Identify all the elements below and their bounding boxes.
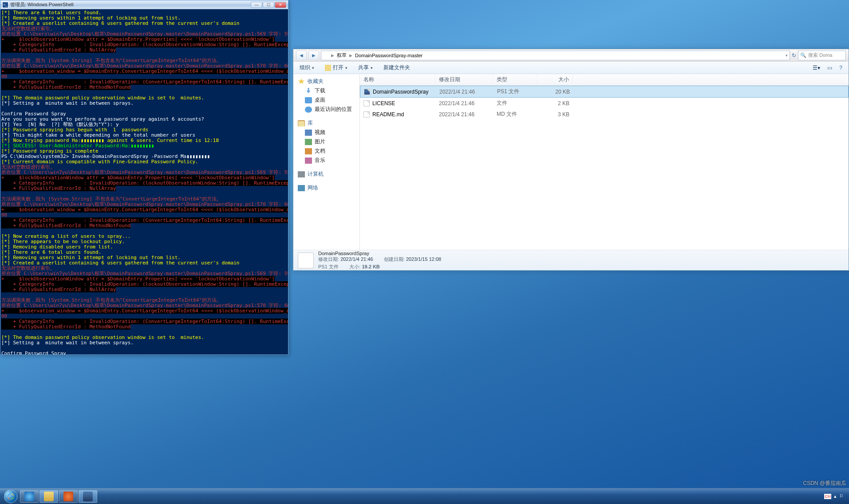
tray-arrow-icon[interactable]: ▴ <box>834 493 837 499</box>
start-button[interactable] <box>2 490 20 503</box>
toolbar-organize[interactable]: 组织 <box>297 63 317 72</box>
close-button[interactable]: ✕ <box>275 2 286 8</box>
maximize-button[interactable]: ☐ <box>263 2 274 8</box>
ie-icon <box>24 492 34 501</box>
library-icon <box>298 120 305 126</box>
recent-icon <box>305 106 312 113</box>
search-input[interactable]: 🔍 搜索 Doma <box>798 51 846 60</box>
taskbar-mediaplayer[interactable] <box>59 490 78 503</box>
chevron-right-icon: ▶ <box>331 53 334 58</box>
watermark: CSDN @番茄南瓜 <box>803 480 846 487</box>
windows-logo-icon <box>4 490 17 503</box>
desktop-icon <box>305 97 312 103</box>
taskbar-explorer[interactable] <box>39 490 58 503</box>
powershell-icon: >_ <box>2 2 8 8</box>
file-icon <box>363 111 370 118</box>
ime-indicator[interactable]: CH <box>824 494 831 499</box>
column-size[interactable]: 大小 <box>537 74 573 85</box>
column-name[interactable]: 名称 <box>360 74 435 85</box>
chevron-right-icon: ▶ <box>349 53 352 58</box>
network-icon <box>298 185 305 191</box>
dropdown-icon[interactable]: ▾ <box>786 53 788 58</box>
column-date[interactable]: 修改日期 <box>435 74 493 85</box>
detail-filename: DomainPasswordSpray <box>318 251 369 256</box>
powershell-icon <box>83 492 93 501</box>
search-icon: 🔍 <box>800 52 806 58</box>
download-icon <box>305 88 312 94</box>
preview-pane-icon[interactable]: ▭ <box>825 64 835 72</box>
minimize-button[interactable]: — <box>251 2 262 8</box>
taskbar-ie[interactable] <box>20 490 39 503</box>
detail-file-icon <box>298 252 314 268</box>
tree-music[interactable]: 音乐 <box>293 156 359 165</box>
powershell-output[interactable]: [*] There are 6 total users found.[*] Re… <box>0 9 288 354</box>
tree-pictures[interactable]: 图片 <box>293 137 359 146</box>
tree-documents[interactable]: 文档 <box>293 146 359 156</box>
system-tray[interactable]: CH ▴ ⚐ <box>824 493 847 499</box>
tree-downloads[interactable]: 下载 <box>293 86 359 95</box>
detail-filetype: PS1 文件 <box>318 264 339 269</box>
tree-desktop[interactable]: 桌面 <box>293 95 359 105</box>
open-icon <box>325 65 331 71</box>
toolbar-share[interactable]: 共享 <box>355 63 375 72</box>
tree-favorites[interactable]: 收藏夹 <box>293 77 359 86</box>
picture-icon <box>305 139 312 145</box>
explorer-navbar: ◄ ► ▶ 权萃 ▶ DomainPasswordSpray-master ▾ … <box>293 49 849 62</box>
list-item[interactable]: LICENSE2022/1/4 21:46文件2 KB <box>360 98 849 109</box>
list-item[interactable]: DomainPasswordSpray2022/1/4 21:46PS1 文件2… <box>360 86 849 98</box>
file-list: 名称 修改日期 类型 大小 DomainPasswordSpray2022/1/… <box>360 74 849 250</box>
list-header[interactable]: 名称 修改日期 类型 大小 <box>360 74 849 86</box>
music-icon <box>305 158 312 164</box>
refresh-icon[interactable]: ↻ <box>792 52 796 59</box>
nav-forward-button[interactable]: ► <box>308 51 319 60</box>
tree-recent[interactable]: 最近访问的位置 <box>293 105 359 114</box>
folder-icon <box>44 492 54 501</box>
details-pane: DomainPasswordSpray 修改日期: 2022/1/4 21:46… <box>293 250 849 270</box>
nav-back-button[interactable]: ◄ <box>296 51 307 60</box>
tree-network[interactable]: 网络 <box>293 183 359 193</box>
list-item[interactable]: README.md2022/1/4 21:46MD 文件3 KB <box>360 109 849 120</box>
powershell-title: 管理员: Windows PowerShell <box>10 1 73 8</box>
document-icon <box>305 148 312 154</box>
taskbar: CH ▴ ⚐ <box>0 488 849 504</box>
breadcrumb-segment[interactable]: DomainPasswordSpray-master <box>353 53 424 58</box>
explorer-toolbar: 组织 打开 共享 新建文件夹 ☰▾ ▭ ? <box>293 62 849 74</box>
explorer-window: ◄ ► ▶ 权萃 ▶ DomainPasswordSpray-master ▾ … <box>293 49 849 271</box>
action-center-icon[interactable]: ⚐ <box>839 493 844 499</box>
address-bar[interactable]: ▶ 权萃 ▶ DomainPasswordSpray-master ▾ <box>321 51 790 60</box>
star-icon <box>298 79 305 85</box>
taskbar-powershell[interactable] <box>79 490 97 503</box>
navigation-tree[interactable]: 收藏夹 下载 桌面 最近访问的位置 库 视频 图片 文档 音乐 计算机 网络 <box>293 74 360 250</box>
mediaplayer-icon <box>63 492 73 501</box>
file-icon <box>364 89 370 95</box>
toolbar-newfolder[interactable]: 新建文件夹 <box>381 63 413 72</box>
tree-videos[interactable]: 视频 <box>293 128 359 137</box>
computer-icon <box>298 171 305 177</box>
tree-libraries[interactable]: 库 <box>293 118 359 128</box>
powershell-window: >_ 管理员: Windows PowerShell — ☐ ✕ [*] The… <box>0 0 288 355</box>
video-icon <box>305 130 312 136</box>
powershell-titlebar[interactable]: >_ 管理员: Windows PowerShell — ☐ ✕ <box>0 0 288 9</box>
file-icon <box>363 100 370 106</box>
breadcrumb-segment[interactable]: 权萃 <box>335 52 348 59</box>
column-type[interactable]: 类型 <box>493 74 537 85</box>
view-options-icon[interactable]: ☰▾ <box>810 64 823 72</box>
help-icon[interactable]: ? <box>837 64 845 72</box>
folder-icon <box>323 52 330 59</box>
tree-computer[interactable]: 计算机 <box>293 169 359 179</box>
toolbar-open[interactable]: 打开 <box>322 63 350 72</box>
